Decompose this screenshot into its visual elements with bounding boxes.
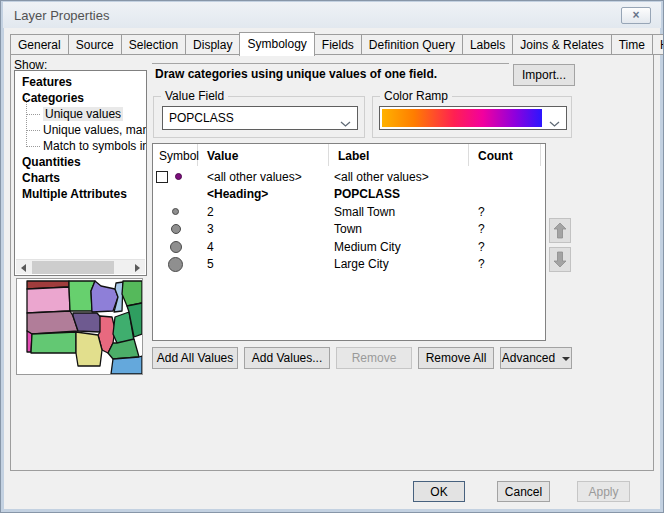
import-button[interactable]: Import... xyxy=(513,64,575,86)
row-count: ? xyxy=(469,222,541,236)
row-label: POPCLASS xyxy=(329,187,469,201)
row-count: ? xyxy=(469,205,541,219)
column-header-symbol[interactable]: Symbol xyxy=(153,144,198,166)
layer-properties-dialog: Layer Properties × General Source Select… xyxy=(0,0,664,513)
tab-fields[interactable]: Fields xyxy=(314,34,362,55)
ok-button[interactable]: OK xyxy=(413,481,465,502)
tree-item-charts[interactable]: Charts xyxy=(15,170,146,186)
show-tree: Features Categories Unique values Unique… xyxy=(14,70,147,276)
value-field-dropdown[interactable]: POPCLASS xyxy=(162,106,358,130)
tab-general[interactable]: General xyxy=(10,34,69,55)
point-symbol[interactable] xyxy=(170,241,182,253)
add-all-values-button[interactable]: Add All Values xyxy=(152,347,238,369)
row-label: Town xyxy=(329,222,469,236)
point-symbol[interactable] xyxy=(168,257,183,272)
color-ramp-swatch xyxy=(382,109,542,127)
tab-strip: General Source Selection Display Symbolo… xyxy=(10,32,664,55)
tab-selection[interactable]: Selection xyxy=(121,34,186,55)
down-arrow-icon xyxy=(553,251,567,268)
row-value: 5 xyxy=(198,257,329,271)
tree-item-multiple-attributes[interactable]: Multiple Attributes xyxy=(15,186,146,202)
move-up-button[interactable] xyxy=(549,218,571,243)
chevron-down-icon[interactable] xyxy=(549,116,560,130)
tab-time[interactable]: Time xyxy=(611,34,653,55)
scroll-left-icon[interactable] xyxy=(16,260,31,275)
column-header-label[interactable]: Label xyxy=(329,144,469,166)
table-row[interactable]: 5 Large City ? xyxy=(153,256,545,274)
map-preview-image xyxy=(17,279,142,374)
table-row[interactable]: <Heading> POPCLASS xyxy=(153,186,545,204)
row-label: Large City xyxy=(329,257,469,271)
tab-html-popup[interactable]: HTML Popup xyxy=(652,34,664,55)
tree-item-features[interactable]: Features xyxy=(15,74,146,90)
close-icon[interactable]: × xyxy=(621,7,651,24)
tab-source[interactable]: Source xyxy=(68,34,122,55)
column-header-value[interactable]: Value xyxy=(198,144,329,166)
dialog-client-area: General Source Selection Display Symbolo… xyxy=(4,28,660,509)
row-value: <all other values> xyxy=(198,170,329,184)
advanced-button[interactable]: Advanced xyxy=(500,347,572,369)
up-arrow-icon xyxy=(553,222,567,239)
color-ramp-group: Color Ramp xyxy=(372,96,572,138)
table-row[interactable]: 4 Medium City ? xyxy=(153,238,545,256)
add-values-button[interactable]: Add Values... xyxy=(244,347,330,369)
point-symbol[interactable] xyxy=(175,173,182,180)
symbology-map-preview xyxy=(16,278,143,375)
value-field-selected: POPCLASS xyxy=(169,111,234,125)
table-row[interactable]: <all other values> <all other values> xyxy=(153,168,545,186)
unique-values-table: Symbol Value Label Count <all other valu… xyxy=(152,143,546,341)
remove-all-button[interactable]: Remove All xyxy=(418,347,494,369)
cancel-button[interactable]: Cancel xyxy=(497,481,550,502)
row-count: ? xyxy=(469,257,541,271)
column-header-count[interactable]: Count xyxy=(469,144,541,166)
scroll-right-icon[interactable] xyxy=(130,260,145,275)
row-value: 4 xyxy=(198,240,329,254)
table-row[interactable]: 2 Small Town ? xyxy=(153,203,545,221)
tree-item-match-to-symbols[interactable]: Match to symbols in a xyxy=(15,138,146,154)
move-down-button[interactable] xyxy=(549,247,571,272)
row-label: Small Town xyxy=(329,205,469,219)
point-symbol[interactable] xyxy=(171,224,181,234)
row-label: Medium City xyxy=(329,240,469,254)
window-title: Layer Properties xyxy=(14,8,109,23)
heading-divider xyxy=(152,63,509,64)
tab-joins-relates[interactable]: Joins & Relates xyxy=(512,34,611,55)
table-row[interactable]: 3 Town ? xyxy=(153,221,545,239)
chevron-down-icon[interactable] xyxy=(340,116,351,130)
row-value: 3 xyxy=(198,222,329,236)
tab-display[interactable]: Display xyxy=(185,34,240,55)
value-field-group: Value Field POPCLASS xyxy=(153,96,365,138)
tree-item-unique-values-label: Unique values xyxy=(43,107,123,121)
advanced-button-label: Advanced xyxy=(502,351,555,365)
point-symbol[interactable] xyxy=(172,208,179,215)
tab-symbology[interactable]: Symbology xyxy=(239,32,314,56)
tree-item-quantities[interactable]: Quantities xyxy=(15,154,146,170)
color-ramp-dropdown[interactable] xyxy=(379,106,567,130)
table-header: Symbol Value Label Count xyxy=(153,144,545,168)
dropdown-caret-icon xyxy=(562,357,570,361)
row-label: <all other values> xyxy=(329,170,469,184)
color-ramp-label: Color Ramp xyxy=(380,89,452,103)
page-title: Draw categories using unique values of o… xyxy=(155,67,437,81)
remove-button[interactable]: Remove xyxy=(336,347,412,369)
row-count: ? xyxy=(469,240,541,254)
row-value: 2 xyxy=(198,205,329,219)
row-value: <Heading> xyxy=(198,187,329,201)
scrollbar-thumb[interactable] xyxy=(32,261,114,274)
tab-labels[interactable]: Labels xyxy=(462,34,513,55)
all-other-values-checkbox[interactable] xyxy=(156,171,168,183)
titlebar[interactable]: Layer Properties × xyxy=(3,2,661,28)
tab-definition-query[interactable]: Definition Query xyxy=(361,34,463,55)
apply-button[interactable]: Apply xyxy=(577,481,630,502)
value-field-label: Value Field xyxy=(161,89,228,103)
tree-horizontal-scrollbar[interactable] xyxy=(16,259,145,274)
